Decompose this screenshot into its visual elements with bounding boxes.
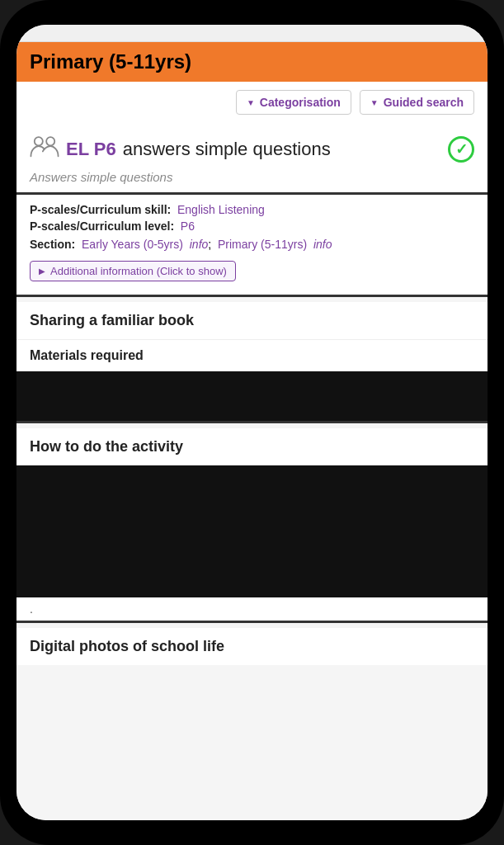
period-dot: . — [16, 597, 488, 621]
sharing-book-section: Sharing a familiar book Materials requir… — [16, 302, 488, 423]
skill-description-title: answers simple questions — [123, 139, 331, 160]
section-label: Section: — [30, 238, 75, 251]
pscales-level-value: P6 — [181, 220, 195, 233]
how-to-section: How to do the activity . — [16, 428, 488, 623]
primary-link[interactable]: Primary (5-11yrs) — [218, 238, 307, 251]
primary-info-link[interactable]: info — [313, 238, 332, 251]
filter-bar: ▼ Categorisation ▼ Guided search — [16, 82, 488, 123]
digital-photos-section: Digital photos of school life — [16, 628, 488, 665]
pscales-skill-value: English Listening — [177, 203, 265, 216]
section-row: Section: Early Years (0-5yrs) info; Prim… — [30, 238, 474, 251]
sharing-book-title: Sharing a familiar book — [16, 302, 488, 340]
screen: Primary (5-11yrs) ▼ Categorisation ▼ Gui… — [16, 25, 488, 820]
page-title-bar: Primary (5-11yrs) — [16, 42, 488, 82]
additional-info-button[interactable]: ▶ Additional information (Click to show) — [30, 261, 236, 281]
categorisation-arrow-icon: ▼ — [247, 98, 255, 107]
svg-point-9 — [46, 137, 54, 145]
how-to-title: How to do the activity — [16, 428, 488, 465]
how-to-body — [16, 465, 488, 597]
skill-level: EL P6 — [66, 139, 116, 160]
page-title: Primary (5-11yrs) — [30, 50, 191, 73]
content-area: EL P6 answers simple questions Answers s… — [16, 123, 488, 820]
checkmark-circle — [448, 136, 474, 163]
digital-photos-title: Digital photos of school life — [16, 628, 488, 665]
guided-search-filter-button[interactable]: ▼ Guided search — [360, 90, 474, 115]
nav-bar — [16, 25, 488, 42]
guided-search-arrow-icon: ▼ — [370, 98, 379, 107]
pscales-skill-row: P-scales/Curriculum skill: English Liste… — [30, 203, 474, 216]
people-icon — [30, 131, 59, 167]
materials-body — [16, 371, 488, 421]
early-years-info-link[interactable]: info — [190, 238, 209, 251]
early-years-link[interactable]: Early Years (0-5yrs) — [82, 238, 183, 251]
guided-search-label: Guided search — [384, 96, 464, 109]
svg-point-8 — [35, 137, 43, 145]
skill-card: EL P6 answers simple questions Answers s… — [16, 123, 488, 195]
pscales-level-label: P-scales/Curriculum level: — [30, 220, 174, 233]
pscales-skill-label: P-scales/Curriculum skill: — [30, 203, 171, 216]
additional-info-label: Additional information (Click to show) — [50, 265, 227, 277]
categorisation-filter-button[interactable]: ▼ Categorisation — [236, 90, 351, 115]
materials-required-label: Materials required — [16, 340, 488, 371]
categorisation-label: Categorisation — [260, 96, 341, 109]
skill-subtitle: Answers simple questions — [30, 170, 474, 184]
additional-info-triangle-icon: ▶ — [39, 267, 45, 276]
phone-shell: Primary (5-11yrs) ▼ Categorisation ▼ Gui… — [0, 0, 504, 845]
info-section: P-scales/Curriculum skill: English Liste… — [16, 195, 488, 297]
pscales-level-row: P-scales/Curriculum level: P6 — [30, 220, 474, 233]
skill-title-row: EL P6 answers simple questions — [30, 131, 474, 167]
